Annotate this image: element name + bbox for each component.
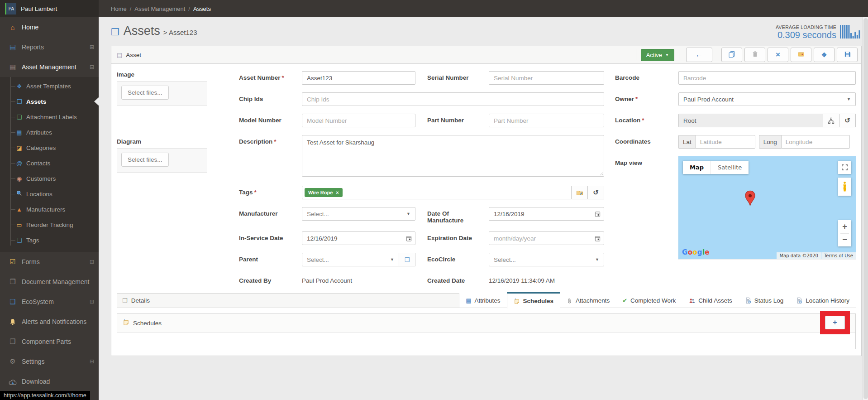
sidebar-item-download[interactable]: Download [0,371,99,391]
sidebar-item-component-parts[interactable]: ❒ Component Parts [0,332,99,352]
map[interactable]: Map Satellite [678,156,856,259]
satellite-type-button[interactable]: Satellite [711,161,749,174]
sidebar-item-assets[interactable]: ❒ Assets [0,94,99,109]
check-icon: ✔ [622,297,627,304]
sidebar-item-locations[interactable]: Locations [0,186,99,202]
sidebar-item-tags[interactable]: ❏ Tags [0,232,99,248]
image-select-files-button[interactable]: Select files... [121,86,169,100]
sidebar-item-alerts[interactable]: Alerts and Notifications [0,312,99,332]
part-number-input[interactable] [489,114,604,127]
sidebar-item-home[interactable]: ⌂ Home [0,17,99,37]
add-schedule-button[interactable]: + [825,316,845,329]
in-service-date-input[interactable] [302,231,415,245]
folder-edit-icon [576,189,583,196]
sidebar-item-categories[interactable]: ◪ Categories [0,140,99,155]
zoom-out-button[interactable]: − [838,234,851,247]
breadcrumb-home[interactable]: Home [111,5,127,12]
location-tree-button[interactable] [823,114,839,127]
fullscreen-button[interactable] [838,161,851,174]
zoom-in-button[interactable]: + [838,220,851,233]
save-button[interactable] [837,48,858,62]
copy-button[interactable] [721,48,742,62]
tags-label: Tags* [239,186,302,196]
parent-select[interactable]: Select... ▼ [302,253,399,266]
attributes-list-icon: ▤ [466,297,471,304]
tags-input[interactable]: Wire Rope × [302,186,572,199]
template-button[interactable]: ❖ [814,48,835,62]
chip-ids-input[interactable] [302,92,604,106]
tab-status-log[interactable]: Status Log [739,293,790,308]
sidebar-item-contacts[interactable]: @ Contacts [0,155,99,171]
sidebar-item-reports[interactable]: ▤ Reports ⊞ [0,37,99,57]
description-textarea[interactable]: Test Asset for Skarshaug [302,135,604,177]
tab-completed-work[interactable]: ✔ Completed Work [616,293,682,308]
calendar-icon[interactable] [591,232,604,245]
longitude-input[interactable] [781,135,850,149]
map-marker[interactable] [744,190,756,208]
sidebar-item-settings[interactable]: ⚙ Settings ⊞ [0,352,99,371]
expiration-date-field[interactable] [489,232,591,245]
sidebar-item-ecosystem[interactable]: ❑ EcoSystem ⊞ [0,292,99,312]
cancel-button[interactable]: × [768,48,788,62]
expiration-date-input[interactable] [489,231,604,245]
delete-button[interactable] [744,48,765,62]
expand-icon[interactable]: ⊞ [90,259,94,265]
tab-attachments[interactable]: Attachments [560,293,616,308]
sidebar-item-manufacturers[interactable]: ▲ Manufacturers [0,202,99,217]
calendar-icon[interactable] [591,207,604,220]
diagram-select-files-button[interactable]: Select files... [121,153,169,167]
google-logo[interactable]: Google [682,248,710,256]
asset-templates-icon: ❖ [15,83,23,90]
breadcrumb-asset-management[interactable]: Asset Management [134,5,185,12]
map-type-button[interactable]: Map [683,161,711,174]
grid-icon: ▤ [117,52,122,58]
model-number-input[interactable] [302,114,415,127]
expand-icon[interactable]: ⊞ [90,358,94,365]
sidebar-item-asset-management[interactable]: ▦ Asset Management ⊟ [0,57,99,77]
tab-schedules[interactable]: Schedules [507,292,561,308]
date-of-manufacture-input[interactable] [489,207,604,221]
remove-tag-icon[interactable]: × [336,190,339,195]
manage-tags-button[interactable] [572,186,588,199]
sidebar-item-attachment-labels[interactable]: ❏ Attachment Labels [0,109,99,125]
label-button[interactable] [791,48,811,62]
collapse-icon[interactable]: ⊟ [90,64,94,70]
diagram-dropzone[interactable]: Select files... [117,148,207,173]
sidebar-item-customers[interactable]: ◉ Customers [0,171,99,186]
asset-number-input[interactable] [302,71,415,85]
back-button[interactable]: ← [686,48,712,62]
manufacturer-select[interactable]: Select... ▼ [302,207,415,221]
owner-select[interactable]: Paul Prod Account ▼ [678,92,856,106]
tab-child-assets[interactable]: Child Assets [682,293,738,308]
parent-asset-picker-button[interactable]: ❒ [399,253,415,266]
pegman-control[interactable] [838,178,851,196]
tab-location-history[interactable]: Location History [790,293,856,308]
scrollbar[interactable] [862,17,868,400]
status-active-dropdown[interactable]: Active ▼ [641,49,674,61]
sidebar-item-forms[interactable]: ☑ Forms ⊞ [0,252,99,272]
in-service-date-field[interactable] [302,232,402,245]
terms-of-use-link[interactable]: Terms of Use [821,252,856,259]
location-undo-button[interactable]: ↺ [839,114,856,127]
latitude-input[interactable] [696,135,755,149]
tags-undo-button[interactable]: ↺ [588,186,604,199]
image-dropzone[interactable]: Select files... [117,81,207,106]
ecocircle-select[interactable]: Select... ▼ [489,253,604,266]
expand-icon[interactable]: ⊞ [90,299,94,305]
date-of-manufacture-field[interactable] [489,207,591,220]
details-header[interactable]: ❒ Details [117,293,459,308]
tab-attributes[interactable]: ▤ Attributes [459,293,506,308]
sidebar-item-document-management[interactable]: ❐ Document Management [0,272,99,292]
sidebar-item-asset-templates[interactable]: ❖ Asset Templates [0,78,99,94]
magnifier-icon [15,190,23,198]
serial-number-input[interactable] [489,71,604,85]
sidebar-item-attributes[interactable]: ▤ Attributes [0,125,99,140]
user-bar[interactable]: PA Paul Lambert [0,0,99,17]
expand-icon[interactable]: ⊞ [90,44,94,50]
created-date-label: Created Date [415,274,489,284]
schedules-empty-body [117,333,855,349]
sidebar-item-reorder-tracking[interactable]: ▭ Reorder Tracking [0,217,99,232]
barcode-input[interactable] [678,71,856,85]
calendar-icon[interactable] [402,232,415,245]
location-value: Root [678,114,823,127]
